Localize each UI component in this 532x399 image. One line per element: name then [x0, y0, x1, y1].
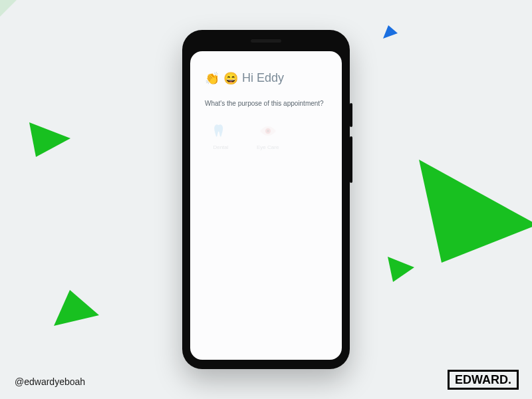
appointment-options: Dental Eye Care — [205, 122, 327, 150]
phone-frame: 👏 😄 Hi Eddy What's the purpose of this a… — [182, 30, 350, 369]
option-label: Dental — [213, 144, 228, 150]
author-logo: EDWARD. — [448, 370, 519, 390]
option-label: Eye Care — [257, 144, 279, 150]
svg-marker-3 — [54, 290, 99, 326]
author-handle: @edwardyeboah — [15, 376, 85, 387]
decor-triangle-right-large — [412, 153, 532, 266]
svg-marker-5 — [419, 160, 532, 263]
tooth-icon — [211, 122, 230, 140]
wave-emoji: 👏 — [205, 72, 219, 84]
decor-triangle-mid-left — [27, 120, 73, 160]
eye-icon — [259, 122, 277, 140]
greeting: 👏 😄 Hi Eddy — [205, 71, 327, 85]
option-dental[interactable]: Dental — [211, 122, 230, 150]
svg-marker-6 — [388, 257, 414, 282]
decor-triangle-top-left — [0, 0, 50, 50]
phone-side-button — [350, 103, 352, 127]
phone-screen: 👏 😄 Hi Eddy What's the purpose of this a… — [190, 51, 342, 360]
svg-marker-2 — [29, 122, 70, 157]
decor-triangle-blue — [382, 24, 399, 41]
decor-triangle-right-small — [385, 253, 416, 283]
decor-triangle-bottom-left — [50, 286, 103, 332]
phone-side-button — [350, 136, 352, 183]
greeting-text: Hi Eddy — [242, 71, 284, 85]
svg-marker-4 — [383, 25, 398, 39]
smile-emoji: 😄 — [223, 72, 238, 84]
svg-point-8 — [267, 130, 269, 132]
option-eyecare[interactable]: Eye Care — [257, 122, 279, 150]
prompt-text: What's the purpose of this appointment? — [205, 100, 327, 107]
